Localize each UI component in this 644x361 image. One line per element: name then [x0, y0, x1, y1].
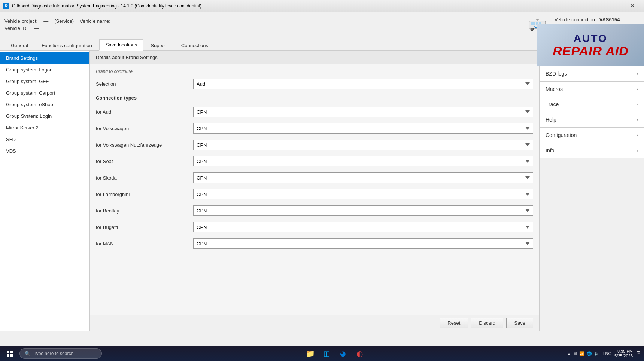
right-panel-macros[interactable]: Macros › — [540, 82, 644, 97]
vehicle-project-label: Vehicle project: — [4, 18, 37, 24]
connection-skoda-select[interactable]: CPN Direct VPN — [193, 172, 533, 183]
connection-seat-select[interactable]: CPN Direct VPN — [193, 156, 533, 166]
connection-vwn-dropdown-wrapper: CPN Direct VPN — [193, 140, 533, 150]
taskbar-datetime[interactable]: 8:35 PM 5/25/2023 — [614, 349, 633, 358]
reset-button[interactable]: Reset — [440, 318, 468, 328]
content-header-title: Details about Brand Settings — [96, 55, 158, 60]
title-bar-title: Offboard Diagnostic Information System E… — [12, 3, 201, 9]
start-button[interactable] — [3, 347, 16, 360]
taskbar-app-fileexplorer[interactable]: 📁 — [303, 346, 318, 361]
sidebar-item-group-carport[interactable]: Group system: Carport — [0, 87, 89, 99]
sidebar-item-sfd[interactable]: SFD — [0, 134, 89, 145]
sidebar-item-group-eshop[interactable]: Group system: eShop — [0, 99, 89, 110]
vehicle-id-value: — — [34, 25, 39, 31]
tray-monitor-icon: 🖥 — [573, 351, 577, 356]
vehicle-transfer-icon[interactable] — [526, 17, 549, 32]
taskbar: 🔍 📁 ◫ ◕ ◐ ∧ 🖥 📶 🌐 🔈 ENG — [0, 346, 644, 361]
vehicle-connection-value: VAS6154 — [599, 17, 620, 22]
save-button[interactable]: Save — [506, 318, 533, 328]
window-controls: ─ □ ✕ — [588, 0, 641, 12]
content-body: Brand to configure Selection Audi Volksw… — [90, 64, 539, 315]
connection-seat-row: for Seat CPN Direct VPN — [96, 156, 533, 166]
right-panel-diagnosis[interactable]: Diagnosis › — [540, 51, 644, 66]
selection-row: Selection Audi Volkswagen Seat Skoda Lam… — [96, 79, 533, 89]
taskbar-app-acrobat[interactable]: ◐ — [352, 346, 367, 361]
connection-man-select[interactable]: CPN Direct VPN — [193, 238, 533, 249]
tab-connections[interactable]: Connections — [175, 40, 215, 51]
sidebar-item-vds[interactable]: VDS — [0, 145, 89, 157]
connection-lamborghini-row: for Lamborghini CPN Direct VPN — [96, 189, 533, 199]
taskbar-date-display: 5/25/2023 — [614, 354, 633, 358]
connection-lamborghini-select[interactable]: CPN Direct VPN — [193, 189, 533, 199]
sidebar-item-group-logon[interactable]: Group system: Logon — [0, 64, 89, 76]
right-panel: Diagnosis › BZD logs › Macros › Trace › … — [539, 51, 644, 331]
connection-vwn-row: for Volkswagen Nutzfahrzeuge CPN Direct … — [96, 140, 533, 150]
tray-network-icon: 🌐 — [587, 351, 592, 356]
acrobat-icon: ◐ — [356, 349, 363, 358]
connection-audi-label: for Audi — [96, 109, 193, 115]
connection-vw-label: for Volkswagen — [96, 126, 193, 131]
connection-man-row: for MAN CPN Direct VPN — [96, 238, 533, 249]
taskbar-search-bar[interactable]: 🔍 — [19, 348, 102, 359]
connection-lamborghini-dropdown-wrapper: CPN Direct VPN — [193, 189, 533, 199]
sidebar-item-group-gff[interactable]: Group system: GFF — [0, 76, 89, 87]
taskbar-app-edge[interactable]: ◕ — [335, 346, 350, 361]
right-panel-configuration[interactable]: Configuration › — [540, 128, 644, 143]
sidebar-item-brand-settings[interactable]: Brand Settings — [0, 52, 89, 64]
connection-bugatti-select[interactable]: CPN Direct VPN — [193, 222, 533, 232]
content-header: Details about Brand Settings — [90, 51, 539, 64]
info-circle-2[interactable]: ✓ — [631, 24, 640, 32]
tray-volume-icon: 🔈 — [594, 351, 599, 356]
connection-audi-dropdown-wrapper: CPN Direct VPN — [193, 107, 533, 117]
title-bar: ⚙ Offboard Diagnostic Information System… — [0, 0, 644, 12]
sidebar-item-group-login[interactable]: Group System: Login — [0, 110, 89, 122]
connection-audi-select[interactable]: CPN Direct VPN — [193, 107, 533, 117]
info-circle-1[interactable]: i — [622, 24, 630, 32]
taskbar-app-remote[interactable]: ◫ — [319, 346, 334, 361]
connection-vw-select[interactable]: CPN Direct VPN — [193, 123, 533, 134]
svg-rect-3 — [539, 22, 541, 25]
notification-icon[interactable]: 🖹 — [636, 351, 641, 357]
content-footer: Reset Discard Save — [90, 315, 539, 331]
search-input[interactable] — [34, 351, 94, 356]
tab-general[interactable]: General — [4, 40, 34, 51]
sidebar-item-mirror-server-2[interactable]: Mirror Server 2 — [0, 122, 89, 134]
right-panel-bzd-logs[interactable]: BZD logs › — [540, 66, 644, 82]
discard-button[interactable]: Discard — [471, 318, 503, 328]
vehicle-connection-label: Vehicle connection: — [555, 17, 596, 22]
selection-label: Selection — [96, 81, 193, 87]
connection-types-title: Connection types — [96, 95, 533, 101]
right-panel-info-label: Info — [546, 147, 554, 153]
tab-support[interactable]: Support — [144, 40, 174, 51]
chevron-info-icon: › — [637, 149, 638, 153]
status-info-icons: i ✓ — [622, 24, 640, 32]
tray-up-arrow[interactable]: ∧ — [568, 351, 571, 356]
chevron-diagnosis-icon: › — [637, 56, 638, 61]
right-panel-info[interactable]: Info › — [540, 143, 644, 158]
selection-select[interactable]: Audi Volkswagen Seat Skoda Lamborghini B… — [193, 79, 533, 89]
svg-point-4 — [531, 28, 534, 31]
vehicle-status-value: No har...ilable — [589, 25, 619, 31]
minimize-button[interactable]: ─ — [588, 0, 605, 12]
chevron-macros-icon: › — [637, 87, 638, 91]
connection-bentley-select[interactable]: CPN Direct VPN — [193, 205, 533, 216]
maximize-button[interactable]: □ — [606, 0, 623, 12]
connection-skoda-row: for Skoda CPN Direct VPN — [96, 172, 533, 183]
tab-functions[interactable]: Functions configuration — [35, 40, 98, 51]
connection-vwn-select[interactable]: CPN Direct VPN — [193, 140, 533, 150]
vehicle-info: Vehicle project: — (Service) Vehicle nam… — [4, 18, 116, 31]
right-panel-trace[interactable]: Trace › — [540, 97, 644, 112]
remote-icon: ◫ — [323, 349, 330, 358]
close-button[interactable]: ✕ — [624, 0, 641, 12]
connection-seat-dropdown-wrapper: CPN Direct VPN — [193, 156, 533, 166]
tab-savelocations[interactable]: Save locations — [99, 39, 144, 51]
connection-vwn-label: for Volkswagen Nutzfahrzeuge — [96, 142, 193, 148]
connection-man-label: for MAN — [96, 241, 193, 247]
connection-audi-row: for Audi CPN Direct VPN — [96, 107, 533, 117]
connection-skoda-label: for Skoda — [96, 175, 193, 181]
right-panel-help[interactable]: Help › — [540, 112, 644, 128]
connection-lamborghini-label: for Lamborghini — [96, 192, 193, 197]
right-panel-diagnosis-label: Diagnosis — [546, 55, 568, 61]
windows-icon — [7, 351, 13, 357]
tabs-bar: General Functions configuration Save loc… — [0, 37, 644, 51]
